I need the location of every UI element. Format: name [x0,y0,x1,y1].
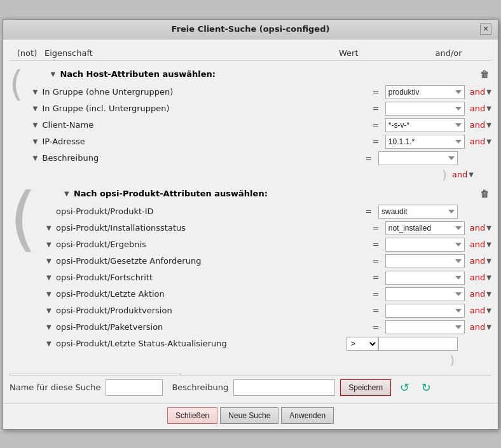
table-row: ▼ Beschreibung = [23,150,491,166]
section2-inner: ▼ Nach opsi-Produkt-Attributen auswählen… [37,184,491,369]
table-row: ▼ IP-Adresse = 10.1.1.* and ▼ [23,133,491,150]
row-label-status-akt: opsi-Produkt/Letzte Status-Aktualisierun… [56,339,347,348]
andor-label: and [470,87,485,97]
op-eq: = [366,273,385,282]
name-input[interactable] [106,379,163,396]
andor-produktversion[interactable]: and ▼ [470,306,491,315]
andor-gruppe-ohne[interactable]: and ▼ [470,87,491,97]
andor-gruppe-incl[interactable]: and ▼ [470,104,491,113]
row-arrow[interactable]: ▼ [32,88,40,96]
new-search-button[interactable]: Neue Suche [220,407,278,424]
row-arrow[interactable]: ▼ [46,224,54,232]
row-arrow[interactable]: ▼ [46,241,54,248]
col-val-header: Wert [339,48,425,58]
andor-ergebnis[interactable]: and ▼ [470,240,491,249]
dialog: Freie Client-Suche (opsi-configed) ✕ (no… [3,19,498,430]
close-icon[interactable]: ✕ [480,24,491,35]
andor-letzte-aktion[interactable]: and ▼ [470,289,491,299]
section1-container: ( ▼ Nach Host-Attributen auswählen: 🗑 ▼ [10,65,491,183]
row-arrow[interactable]: ▼ [32,138,40,146]
value-select-paketversion[interactable] [385,320,465,334]
scroll-area: ( ▼ Nach Host-Attributen auswählen: 🗑 ▼ [10,64,491,375]
row-arrow[interactable]: ▼ [32,105,40,112]
section1-title: Nach Host-Attributen auswählen: [60,69,216,79]
table-row: ▼ opsi-Produkt/Gesetzte Anforderung = an… [37,253,491,269]
row-label-fortschritt: opsi-Produkt/Fortschritt [56,273,366,282]
op-eq: = [366,104,385,113]
col-prop-header: Eigenschaft [45,48,320,58]
andor-ip-adresse[interactable]: and ▼ [470,137,491,146]
row-arrow[interactable]: ▼ [46,323,54,331]
op-select-status-akt[interactable]: > [347,337,378,351]
andor-label: and [470,306,485,315]
row-label-gruppe-incl: In Gruppe (incl. Untergruppen) [42,104,366,113]
andor-gesetzte-anf[interactable]: and ▼ [470,256,491,266]
undo-icon[interactable]: ↺ [396,379,413,396]
table-row: ▼ opsi-Produkt/Installationsstatus = not… [37,220,491,236]
andor-paketversion[interactable]: and ▼ [470,322,491,332]
table-row: ▼ In Gruppe (incl. Untergruppen) = and ▼ [23,100,491,117]
value-select-produkt-id[interactable]: swaudit [378,205,458,219]
value-input-status-akt[interactable] [378,337,458,351]
row-label-ergebnis: opsi-Produkt/Ergebnis [56,240,366,249]
andor-arrow: ▼ [486,121,491,128]
section1-close-bracket-row: ) and ▼ [23,166,491,183]
op-eq: = [366,223,385,233]
col-andor-header: and/or [425,48,472,58]
value-select-ergebnis[interactable] [385,238,465,252]
row-label-gesetzte-anf: opsi-Produkt/Gesetzte Anforderung [56,256,366,266]
table-row: ▼ opsi-Produkt/Letzte Aktion = and ▼ [37,286,491,302]
value-select-fortschritt[interactable] [385,271,465,285]
save-button[interactable]: Speichern [340,379,391,396]
table-row: ▼ Client-Name = *-s-v-* and ▼ [23,117,491,133]
andor-label: and [470,273,485,282]
close-button[interactable]: Schließen [167,407,217,424]
op-eq: = [366,87,385,97]
section1-inner: ▼ Nach Host-Attributen auswählen: 🗑 ▼ In… [23,65,491,183]
andor-label: and [470,240,485,249]
andor-label: and [470,322,485,332]
row-label-letzte-aktion: opsi-Produkt/Letzte Aktion [56,289,366,299]
value-select-beschreibung[interactable] [378,151,458,165]
section1-close-bracket: ) [442,167,447,182]
section1-andor[interactable]: and ▼ [452,170,474,179]
row-arrow[interactable]: ▼ [46,307,54,315]
apply-button[interactable]: Anwenden [281,407,334,424]
table-row: ▼ opsi-Produkt/Paketversion = and ▼ [37,319,491,336]
andor-arrow: ▼ [486,274,491,281]
redo-icon[interactable]: ↻ [418,379,434,396]
andor-client-name[interactable]: and ▼ [470,120,491,130]
value-select-letzte-aktion[interactable] [385,287,465,301]
value-select-gruppe-ohne[interactable]: produktiv [385,85,465,99]
table-row: ▼ opsi-Produkt/Produktversion = and ▼ [37,302,491,319]
row-arrow[interactable]: ▼ [46,290,54,298]
value-select-ip-adresse[interactable]: 10.1.1.* [385,135,465,149]
row-label-gruppe-ohne: In Gruppe (ohne Untergruppen) [42,87,366,97]
add-criterion-select[interactable]: Kriterium hinzufügen [10,374,181,375]
table-row: ▼ In Gruppe (ohne Untergruppen) = produk… [23,84,491,100]
andor-label: and [470,256,485,266]
desc-input[interactable] [233,379,335,396]
section1-header-row: ▼ Nach Host-Attributen auswählen: 🗑 [23,65,491,84]
row-arrow[interactable]: ▼ [32,154,40,162]
value-select-produktversion[interactable] [385,304,465,318]
value-select-client-name[interactable]: *-s-v-* [385,118,465,132]
andor-label: and [470,289,485,299]
value-select-gruppe-incl[interactable] [385,102,465,116]
section2-arrow[interactable]: ▼ [64,190,72,198]
andor-fortschritt[interactable]: and ▼ [470,273,491,282]
row-label-beschreibung: Beschreibung [42,153,359,163]
section1-arrow[interactable]: ▼ [50,71,58,78]
op-eq: = [366,306,385,315]
row-arrow[interactable]: ▼ [32,121,40,129]
row-arrow[interactable]: ▼ [46,257,54,265]
andor-arrow: ▼ [486,88,491,95]
andor-install-status[interactable]: and ▼ [470,223,491,233]
section2-delete-button[interactable]: 🗑 [477,187,491,201]
value-select-install-status[interactable]: not_installed [385,221,465,235]
row-arrow[interactable]: ▼ [46,274,54,282]
value-select-gesetzte-anf[interactable] [385,254,465,268]
row-arrow[interactable]: ▼ [46,340,54,348]
section1-delete-button[interactable]: 🗑 [477,67,491,81]
dialog-title: Freie Client-Suche (opsi-configed) [21,24,480,34]
